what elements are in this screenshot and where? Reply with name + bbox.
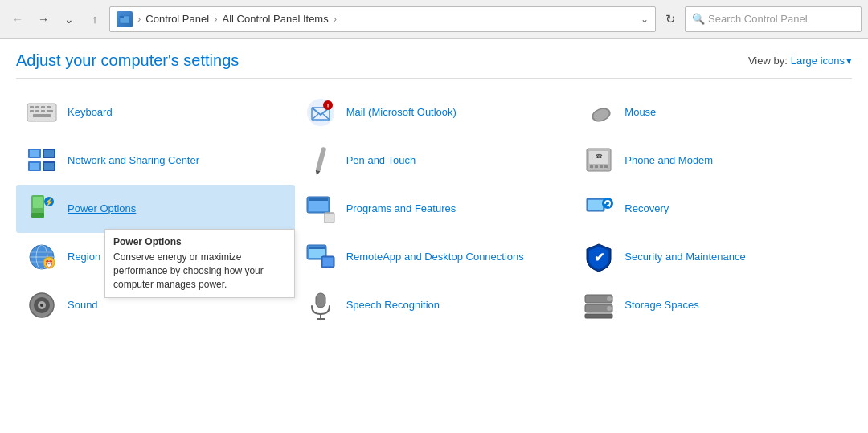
security-label: Security and Maintenance (624, 251, 745, 264)
item-remoteapp[interactable]: RemoteApp and Desktop Connections (295, 233, 574, 281)
svg-text:⏰: ⏰ (45, 259, 53, 268)
svg-text:⚡: ⚡ (44, 197, 55, 207)
phone-label: Phone and Modem (624, 154, 713, 168)
mail-label: Mail (Microsoft Outlook) (346, 106, 457, 120)
breadcrumb-all-items[interactable]: All Control Panel Items (222, 13, 328, 25)
network-label: Network and Sharing Center (68, 154, 199, 168)
breadcrumb-control-panel[interactable]: Control Panel (145, 13, 209, 25)
item-region[interactable]: ⏰ Region (16, 233, 295, 281)
speech-label: Speech Recognition (346, 299, 440, 312)
keyboard-icon (26, 96, 58, 129)
svg-rect-47 (588, 200, 603, 210)
svg-rect-43 (325, 213, 334, 223)
svg-rect-21 (30, 163, 39, 170)
storage-icon (583, 289, 615, 321)
items-grid: Keyboard ! Mail (Microsoft Outlook) (16, 88, 852, 329)
search-placeholder: Search Control Panel (708, 13, 808, 25)
svg-rect-10 (47, 110, 53, 112)
svg-rect-32 (600, 165, 603, 168)
svg-text:!: ! (326, 103, 329, 110)
phone-icon: ☎ (583, 145, 615, 177)
svg-rect-42 (309, 198, 328, 201)
item-mail[interactable]: ! Mail (Microsoft Outlook) (295, 88, 574, 137)
svg-rect-59 (309, 247, 325, 249)
svg-rect-8 (35, 110, 39, 112)
svg-rect-3 (30, 106, 34, 108)
svg-point-48 (602, 198, 613, 209)
view-by-value-text: Large icons (791, 55, 845, 67)
item-network[interactable]: Network and Sharing Center (16, 137, 295, 185)
svg-rect-1 (120, 16, 124, 18)
svg-rect-36 (33, 197, 43, 208)
mouse-icon (583, 96, 615, 129)
sound-label: Sound (68, 299, 98, 312)
back-button[interactable]: ← (6, 8, 29, 31)
svg-rect-11 (33, 114, 51, 117)
svg-rect-31 (595, 165, 598, 168)
keyboard-label: Keyboard (68, 106, 113, 120)
svg-rect-6 (47, 106, 51, 108)
address-bar[interactable]: › Control Panel › All Control Panel Item… (109, 6, 656, 32)
address-dropdown[interactable]: ⌄ (641, 14, 649, 25)
item-recovery[interactable]: Recovery (573, 185, 852, 233)
mail-icon: ! (305, 96, 337, 129)
svg-rect-4 (35, 106, 39, 108)
item-mouse[interactable]: Mouse (573, 88, 852, 137)
address-icon (117, 11, 133, 27)
svg-text:✔: ✔ (594, 251, 604, 264)
svg-rect-67 (316, 293, 326, 308)
forward-button[interactable]: → (32, 8, 55, 31)
search-box[interactable]: 🔍 Search Control Panel (685, 6, 862, 32)
search-icon: 🔍 (692, 13, 705, 25)
svg-rect-30 (590, 165, 593, 168)
power-icon: ⚡ (26, 193, 58, 225)
refresh-button[interactable]: ↻ (659, 8, 682, 31)
region-icon: ⏰ (26, 241, 58, 273)
item-storage[interactable]: Storage Spaces (573, 281, 852, 329)
svg-rect-23 (44, 150, 54, 157)
view-by-chevron: ▾ (846, 55, 852, 67)
svg-rect-74 (585, 314, 612, 318)
recovery-label: Recovery (624, 202, 669, 216)
view-by-control: View by: Large icons ▾ (748, 55, 852, 67)
item-pen[interactable]: Pen and Touch (295, 137, 574, 185)
svg-rect-26 (315, 147, 326, 172)
content-area: Adjust your computer's settings View by:… (0, 39, 868, 433)
svg-rect-33 (604, 165, 608, 168)
svg-rect-37 (31, 213, 44, 218)
item-programs[interactable]: Programs and Features (295, 185, 574, 233)
remoteapp-icon (305, 241, 337, 273)
sound-icon (26, 289, 58, 321)
item-keyboard[interactable]: Keyboard (16, 88, 295, 137)
remoteapp-label: RemoteApp and Desktop Connections (346, 251, 524, 264)
network-icon (26, 145, 58, 177)
svg-marker-27 (314, 170, 320, 176)
speech-icon (305, 289, 337, 321)
up-button[interactable]: ↑ (84, 8, 106, 31)
svg-text:☎: ☎ (596, 153, 603, 159)
item-speech[interactable]: Speech Recognition (295, 281, 574, 329)
view-by-dropdown[interactable]: Large icons ▾ (791, 55, 852, 67)
item-phone[interactable]: ☎ Phone and Modem (573, 137, 852, 185)
pen-icon (305, 145, 337, 177)
svg-rect-25 (44, 163, 54, 170)
address-separator: › (137, 13, 141, 25)
storage-label: Storage Spaces (624, 299, 699, 312)
top-bar: ← → ⌄ ↑ › Control Panel › All Control Pa… (0, 0, 868, 39)
item-security[interactable]: ✔ Security and Maintenance (573, 233, 852, 281)
svg-rect-61 (323, 258, 333, 266)
item-power[interactable]: ⚡ Power Options Power Options Conserve e… (16, 185, 295, 233)
svg-rect-9 (41, 110, 45, 112)
content-header: Adjust your computer's settings View by:… (16, 51, 852, 79)
recent-button[interactable]: ⌄ (58, 8, 80, 31)
pen-label: Pen and Touch (346, 154, 416, 168)
region-label: Region (68, 251, 100, 264)
item-sound[interactable]: Sound (16, 281, 295, 329)
svg-rect-7 (30, 110, 34, 112)
power-label: Power Options (68, 202, 136, 216)
svg-point-66 (40, 304, 43, 307)
mouse-label: Mouse (624, 106, 656, 120)
svg-rect-19 (30, 150, 39, 157)
svg-point-73 (607, 306, 612, 311)
page-title: Adjust your computer's settings (16, 51, 239, 70)
